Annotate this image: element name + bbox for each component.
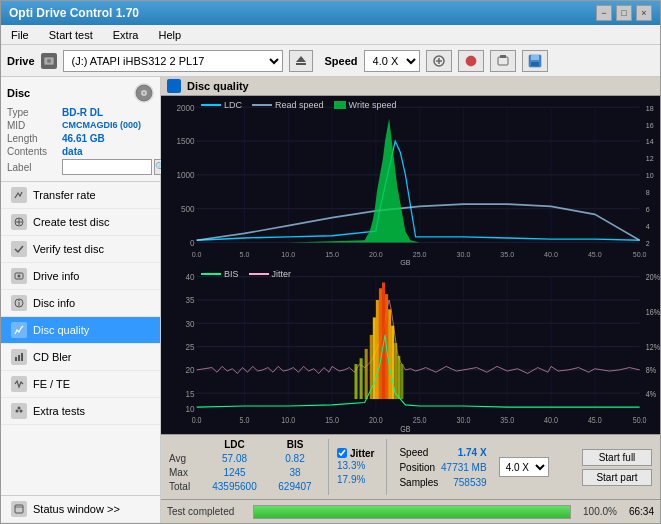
main-content: Disc Type BD-R DL MID CMCMAGDI6 (000) Le… <box>1 77 660 523</box>
svg-text:12%: 12% <box>646 343 660 353</box>
svg-text:40: 40 <box>186 272 195 283</box>
disc-length-value: 46.61 GB <box>62 133 105 144</box>
status-window-item[interactable]: Status window >> <box>1 496 160 523</box>
svg-point-15 <box>143 92 145 94</box>
disc-section: Disc Type BD-R DL MID CMCMAGDI6 (000) Le… <box>1 77 160 182</box>
stats-bis-col: BIS 0.82 38 629407 <box>270 439 320 495</box>
disc-length-label: Length <box>7 133 62 144</box>
stats-total-label: Total <box>169 481 199 495</box>
legend-bis: BIS <box>224 269 239 279</box>
stats-speed-value: 1.74 X <box>458 447 487 458</box>
verify-test-disc-icon <box>11 241 27 257</box>
sidebar-item-verify-test-disc[interactable]: Verify test disc <box>1 236 160 263</box>
svg-rect-123 <box>388 309 391 399</box>
sidebar-item-disc-info[interactable]: Disc info <box>1 290 160 317</box>
svg-marker-3 <box>296 56 306 62</box>
svg-rect-24 <box>15 357 17 361</box>
menu-bar: File Start test Extra Help <box>1 25 660 45</box>
svg-text:10: 10 <box>646 171 654 180</box>
menu-start-test[interactable]: Start test <box>43 28 99 42</box>
disc-type-row: Type BD-R DL <box>7 107 154 118</box>
svg-text:25: 25 <box>186 342 195 353</box>
disc-mid-value: CMCMAGDI6 (000) <box>62 120 141 131</box>
disc-quality-title: Disc quality <box>187 80 249 92</box>
svg-text:14: 14 <box>646 137 654 146</box>
sidebar-item-extra-tests[interactable]: Extra tests <box>1 398 160 425</box>
disc-label-row: Label 🔍 <box>7 159 154 175</box>
status-window-icon <box>11 501 27 517</box>
svg-text:1500: 1500 <box>176 136 194 146</box>
svg-text:5.0: 5.0 <box>240 250 250 259</box>
disc-label-input[interactable] <box>62 159 152 175</box>
sidebar-item-label-cd-bler: CD Bler <box>33 351 72 363</box>
svg-text:20.0: 20.0 <box>369 416 383 426</box>
stats-ldc-header: LDC <box>207 439 262 453</box>
close-button[interactable]: × <box>636 5 652 21</box>
svg-rect-74 <box>161 265 660 434</box>
svg-text:30.0: 30.0 <box>457 416 471 426</box>
progress-bar-inner <box>254 506 570 518</box>
svg-point-20 <box>18 275 21 278</box>
svg-text:0.0: 0.0 <box>192 250 202 259</box>
stats-max-ldc: 1245 <box>207 467 262 481</box>
bottom-chart-container: 40 35 30 25 20 15 10 20% 16% 12% 8% 4% <box>161 265 660 434</box>
status-time: 66:34 <box>629 506 654 517</box>
action-btn-3[interactable] <box>490 50 516 72</box>
svg-text:35: 35 <box>186 295 195 306</box>
disc-quality-header: Disc quality <box>161 77 660 96</box>
drive-selector[interactable]: (J:) ATAPI iHBS312 2 PL17 <box>63 50 283 72</box>
disc-contents-label: Contents <box>7 146 62 157</box>
disc-mid-row: MID CMCMAGDI6 (000) <box>7 120 154 131</box>
action-btn-2[interactable] <box>458 50 484 72</box>
sidebar-item-create-test-disc[interactable]: Create test disc <box>1 209 160 236</box>
disc-title: Disc <box>7 87 30 99</box>
maximize-button[interactable]: □ <box>616 5 632 21</box>
jitter-checkbox[interactable] <box>337 448 347 458</box>
sidebar: Disc Type BD-R DL MID CMCMAGDI6 (000) Le… <box>1 77 161 523</box>
svg-text:16: 16 <box>646 120 654 129</box>
top-chart-svg: 2000 1500 1000 500 0 18 16 14 12 10 8 6 … <box>161 96 660 265</box>
sidebar-item-cd-bler[interactable]: CD Bler <box>1 344 160 371</box>
status-label: Test completed <box>167 506 247 517</box>
sidebar-item-drive-info[interactable]: Drive info <box>1 263 160 290</box>
speed-selector[interactable]: 4.0 X <box>364 50 420 72</box>
menu-file[interactable]: File <box>5 28 35 42</box>
stats-speed-dropdown[interactable]: 4.0 X <box>499 457 549 477</box>
stats-avg-jitter: 13.3% <box>337 460 374 474</box>
svg-rect-8 <box>498 57 508 65</box>
disc-image-icon <box>134 83 154 103</box>
menu-extra[interactable]: Extra <box>107 28 145 42</box>
create-test-disc-icon <box>11 214 27 230</box>
svg-point-1 <box>47 59 51 63</box>
start-full-button[interactable]: Start full <box>582 449 652 466</box>
disc-type-value: BD-R DL <box>62 107 103 118</box>
disc-length-row: Length 46.61 GB <box>7 133 154 144</box>
content-area: Disc quality <box>161 77 660 523</box>
menu-help[interactable]: Help <box>152 28 187 42</box>
eject-button[interactable] <box>289 50 313 72</box>
sidebar-item-disc-quality[interactable]: Disc quality <box>1 317 160 344</box>
sidebar-item-transfer-rate[interactable]: Transfer rate <box>1 182 160 209</box>
svg-text:2000: 2000 <box>176 102 194 112</box>
stats-jitter-col: Jitter 13.3% 17.9% <box>337 446 374 488</box>
svg-text:5.0: 5.0 <box>240 416 250 426</box>
svg-text:GB: GB <box>400 258 410 265</box>
stats-speed-dropdown-container: 4.0 X <box>499 457 549 477</box>
svg-point-27 <box>16 410 19 413</box>
action-btn-1[interactable] <box>426 50 452 72</box>
disc-quality-header-icon <box>167 79 181 93</box>
stats-row-labels: Avg Max Total <box>169 439 199 495</box>
disc-info-icon <box>11 295 27 311</box>
svg-text:12: 12 <box>646 154 654 163</box>
svg-rect-11 <box>531 55 539 60</box>
svg-text:0.0: 0.0 <box>192 416 202 426</box>
stats-avg-label: Avg <box>169 453 199 467</box>
stats-speed-label: Speed <box>399 447 428 458</box>
start-part-button[interactable]: Start part <box>582 469 652 486</box>
bottom-chart-legend: BIS Jitter <box>201 269 291 279</box>
transfer-rate-icon <box>11 187 27 203</box>
action-btn-save[interactable] <box>522 50 548 72</box>
sidebar-item-fe-te[interactable]: FE / TE <box>1 371 160 398</box>
minimize-button[interactable]: − <box>596 5 612 21</box>
stats-max-jitter: 17.9% <box>337 474 374 488</box>
